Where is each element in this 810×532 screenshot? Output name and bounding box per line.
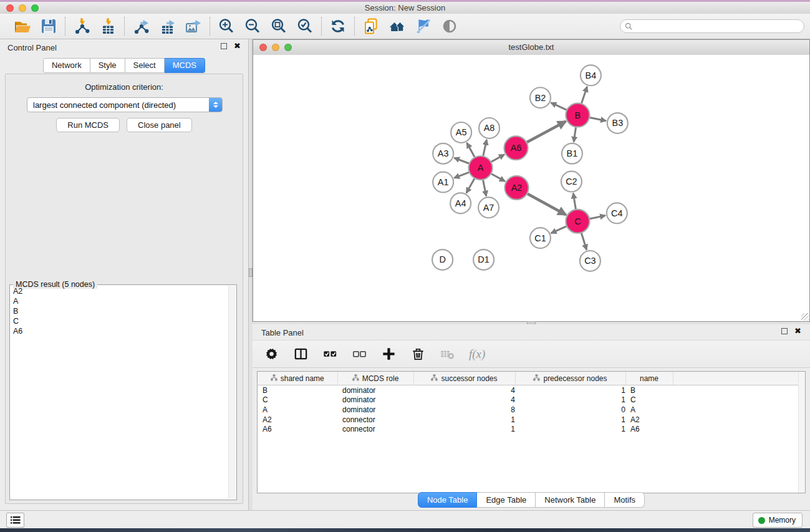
search-box[interactable]: [620, 19, 804, 33]
function-icon[interactable]: f(x): [469, 347, 485, 361]
cell-shared-name[interactable]: C: [258, 395, 337, 405]
result-list-item[interactable]: B: [11, 306, 228, 316]
node-C3[interactable]: C3: [580, 251, 600, 271]
optimization-dropdown[interactable]: largest connected component (directed): [27, 97, 223, 112]
edge-A-A7[interactable]: [483, 180, 486, 196]
node-B3[interactable]: B3: [607, 113, 628, 133]
tab-motifs[interactable]: Motifs: [605, 492, 645, 508]
column-header-MCDS-role[interactable]: MCDS role: [337, 372, 413, 385]
search-input[interactable]: [633, 21, 804, 31]
edge-C-C4[interactable]: [590, 216, 605, 219]
result-scrollbar[interactable]: [228, 286, 236, 499]
open-session-icon[interactable]: [12, 16, 33, 36]
cell-shared-name[interactable]: A: [258, 405, 337, 415]
tab-style[interactable]: Style: [90, 58, 125, 73]
edge-C-C2[interactable]: [573, 193, 576, 209]
window-resize-handle[interactable]: [801, 313, 809, 321]
node-A1[interactable]: A1: [433, 172, 453, 193]
node-D[interactable]: D: [432, 249, 453, 270]
task-history-button[interactable]: [6, 513, 24, 528]
node-A8[interactable]: A8: [479, 118, 499, 138]
zoom-selected-icon[interactable]: [294, 16, 316, 36]
select-all-icon[interactable]: [322, 346, 338, 362]
cell-name[interactable]: C: [625, 395, 673, 405]
node-B4[interactable]: B4: [581, 65, 601, 85]
cell-MCDS-role[interactable]: dominator: [337, 405, 413, 415]
eye-icon[interactable]: [439, 16, 460, 36]
node-A5[interactable]: A5: [451, 122, 471, 143]
cell-predecessor-nodes[interactable]: 1: [515, 415, 625, 425]
zoom-fit-icon[interactable]: [268, 16, 289, 36]
close-table-panel-icon[interactable]: ✖: [794, 328, 801, 334]
deselect-all-icon[interactable]: [352, 346, 367, 362]
column-header-successor-nodes[interactable]: successor nodes: [413, 372, 515, 385]
node-A6[interactable]: A6: [504, 136, 528, 160]
edge-A-A4[interactable]: [466, 178, 475, 193]
cell-successor-nodes[interactable]: 4: [413, 385, 515, 395]
network-canvas[interactable]: B4B2BB3A8A5A6A3B1AA1C2A2A4A7C4CC1DD1C3: [253, 55, 809, 321]
result-list-item[interactable]: A2: [11, 286, 228, 296]
cell-MCDS-role[interactable]: connector: [337, 424, 413, 434]
cell-shared-name[interactable]: A2: [258, 415, 337, 425]
column-header-name[interactable]: name: [625, 372, 673, 385]
add-row-icon[interactable]: [381, 346, 397, 362]
close-panel-button[interactable]: Close panel: [127, 118, 192, 132]
cell-successor-nodes[interactable]: 1: [413, 424, 515, 434]
edge-A2-C[interactable]: [528, 194, 566, 215]
edge-C-C1[interactable]: [551, 226, 566, 233]
cell-predecessor-nodes[interactable]: 1: [515, 385, 625, 395]
node-A2[interactable]: A2: [505, 176, 529, 200]
cell-shared-name[interactable]: A6: [258, 424, 337, 434]
node-D1[interactable]: D1: [473, 249, 494, 270]
edge-A-A1[interactable]: [454, 172, 469, 178]
zoom-in-icon[interactable]: [216, 16, 237, 36]
duplicate-network-icon[interactable]: [360, 16, 382, 36]
hide-details-icon[interactable]: [413, 16, 434, 36]
result-list-item[interactable]: A6: [11, 326, 228, 336]
delete-table-icon[interactable]: [440, 346, 455, 362]
node-C4[interactable]: C4: [607, 203, 627, 223]
cell-name[interactable]: A6: [625, 424, 673, 434]
cell-predecessor-nodes[interactable]: 1: [515, 424, 625, 434]
edge-B-B3[interactable]: [590, 118, 606, 121]
table-scrollbar[interactable]: [798, 372, 805, 493]
cell-name[interactable]: A: [625, 405, 673, 415]
run-mcds-button[interactable]: Run MCDS: [56, 118, 120, 132]
cell-successor-nodes[interactable]: 1: [413, 415, 515, 425]
export-table-icon[interactable]: [157, 16, 178, 36]
cell-predecessor-nodes[interactable]: 1: [515, 395, 625, 405]
result-list-item[interactable]: C: [11, 316, 228, 326]
zoom-out-icon[interactable]: [242, 16, 263, 36]
edge-B-B4[interactable]: [582, 87, 587, 104]
network-titlebar[interactable]: testGlobe.txt: [253, 40, 809, 56]
edge-A-A3[interactable]: [454, 158, 469, 163]
node-C1[interactable]: C1: [530, 228, 551, 248]
settings-icon[interactable]: [264, 346, 279, 362]
show-columns-icon[interactable]: [293, 346, 309, 362]
float-table-panel-icon[interactable]: [781, 328, 788, 334]
cell-shared-name[interactable]: B: [258, 385, 337, 395]
save-session-icon[interactable]: [38, 16, 59, 36]
node-C2[interactable]: C2: [561, 172, 582, 192]
edge-B-B2[interactable]: [551, 103, 567, 110]
result-list-item[interactable]: A: [11, 296, 228, 306]
tab-mcds[interactable]: MCDS: [165, 58, 205, 73]
cell-MCDS-role[interactable]: dominator: [337, 395, 413, 405]
import-network-icon[interactable]: [71, 16, 92, 36]
column-header-predecessor-nodes[interactable]: predecessor nodes: [515, 372, 625, 385]
home-icon[interactable]: [387, 16, 408, 36]
cell-predecessor-nodes[interactable]: 0: [515, 405, 625, 415]
float-panel-icon[interactable]: [221, 43, 227, 49]
tab-edge-table[interactable]: Edge Table: [477, 492, 536, 508]
cell-name[interactable]: B: [625, 385, 673, 395]
tab-node-table[interactable]: Node Table: [418, 492, 478, 508]
cell-MCDS-role[interactable]: dominator: [337, 385, 413, 395]
edge-A-A6[interactable]: [491, 155, 504, 162]
tab-network-table[interactable]: Network Table: [536, 492, 605, 508]
refresh-icon[interactable]: [327, 16, 349, 36]
node-B1[interactable]: B1: [562, 143, 582, 164]
column-header-shared-name[interactable]: shared name: [258, 372, 337, 385]
node-B[interactable]: B: [566, 104, 589, 127]
edge-A6-B[interactable]: [527, 122, 566, 142]
tab-network[interactable]: Network: [43, 58, 90, 73]
